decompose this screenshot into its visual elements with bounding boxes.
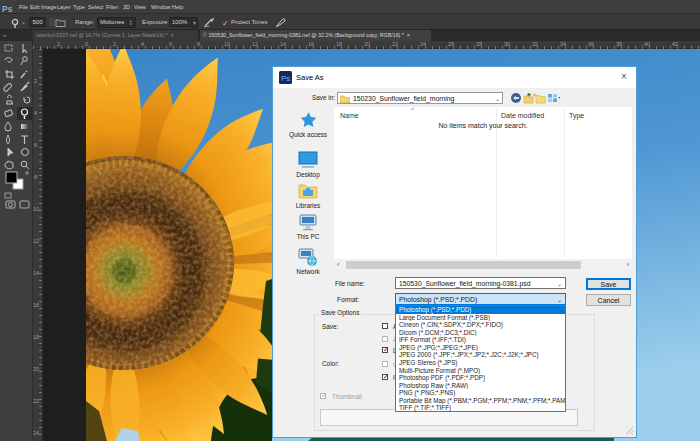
svg-text:Ps: Ps xyxy=(281,74,290,83)
